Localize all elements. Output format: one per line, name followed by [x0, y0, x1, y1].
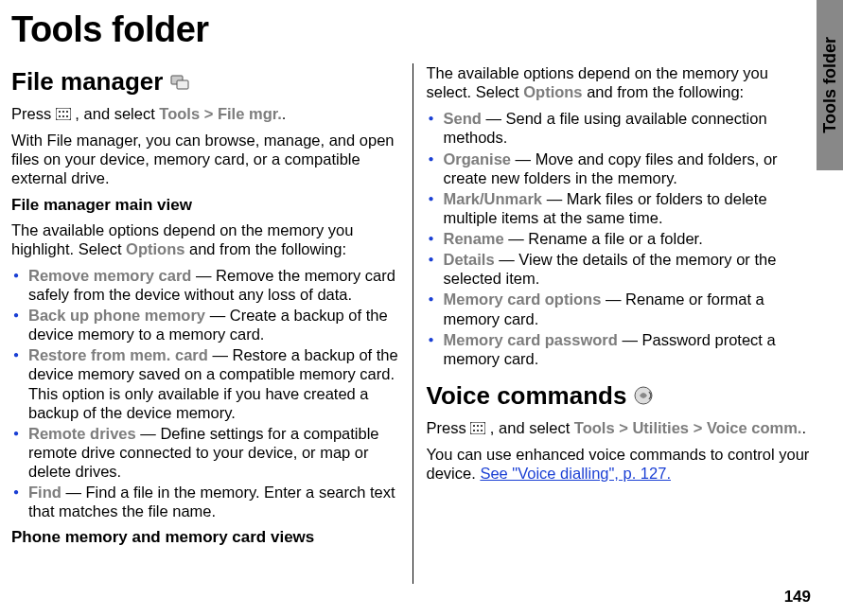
list-item: Restore from mem. card — Restore a backu… [11, 345, 400, 422]
svg-point-14 [473, 430, 475, 431]
menu-path: File mgr. [218, 105, 282, 122]
option-desc: — Rename a file or a folder. [504, 230, 703, 247]
svg-point-5 [66, 111, 68, 113]
menu-key-icon [470, 419, 485, 431]
file-manager-intro: With File manager, you can browse, manag… [11, 131, 400, 187]
option-term: Find [28, 484, 61, 501]
main-view-options: Remove memory card — Remove the memory c… [11, 266, 400, 521]
list-item: Memory card password — Password protect … [427, 330, 816, 368]
text: . [282, 105, 287, 122]
svg-rect-2 [56, 108, 71, 120]
content-columns: File manager Press , and select Tools > … [11, 63, 815, 584]
svg-rect-10 [470, 422, 485, 434]
list-item: Remote drives — Define settings for a co… [11, 424, 400, 481]
option-term: Send [444, 110, 482, 127]
list-item: Mark/Unmark — Mark files or folders to d… [427, 189, 816, 227]
menu-key-icon [56, 105, 71, 117]
text: and from the following: [583, 83, 745, 100]
file-manager-heading: File manager [11, 67, 400, 97]
menu-path: Utilities [632, 419, 689, 436]
svg-rect-1 [177, 80, 188, 89]
voice-commands-icon [634, 386, 655, 405]
option-desc: — Find a file in the memory. Enter a sea… [28, 484, 395, 519]
list-item: Back up phone memory — Create a backup o… [11, 306, 400, 343]
svg-point-3 [59, 111, 61, 113]
menu-path: Tools [159, 105, 200, 122]
text: Press [11, 105, 56, 122]
option-desc: — Send a file using available connection… [444, 110, 767, 146]
main-view-intro: The available options depend on the memo… [11, 220, 400, 258]
list-item: Details — View the details of the memory… [427, 250, 816, 288]
page-title: Tools folder [11, 9, 815, 50]
side-tab-label: Tools folder [820, 37, 840, 133]
page: Tools folder Tools folder File manager P… [0, 0, 843, 616]
svg-point-4 [62, 111, 64, 113]
svg-point-8 [66, 115, 68, 117]
file-manager-heading-text: File manager [11, 67, 163, 97]
phone-memory-intro: The available options depend on the memo… [427, 63, 816, 101]
svg-point-11 [473, 425, 475, 427]
text: and from the following: [184, 240, 346, 257]
svg-point-6 [59, 115, 61, 117]
menu-path: Voice comm. [707, 419, 802, 436]
svg-point-12 [477, 425, 479, 427]
text: Press [427, 419, 471, 436]
svg-point-13 [481, 425, 483, 427]
text: , and select [490, 419, 574, 436]
options-label: Options [126, 240, 184, 257]
options-label: Options [523, 83, 582, 100]
file-manager-icon [170, 73, 191, 92]
option-term: Back up phone memory [28, 307, 205, 324]
separator: > [204, 105, 214, 122]
voice-commands-body: You can use enhanced voice commands to c… [427, 445, 816, 483]
option-term: Mark/Unmark [444, 190, 543, 207]
list-item: Find — Find a file in the memory. Enter … [11, 483, 400, 520]
option-term: Memory card options [444, 290, 602, 308]
list-item: Remove memory card — Remove the memory c… [11, 266, 400, 304]
separator: > [694, 419, 703, 436]
page-number: 149 [784, 588, 811, 607]
list-item: Send — Send a file using available conne… [427, 109, 816, 147]
separator: > [619, 419, 628, 436]
option-term: Restore from mem. card [28, 346, 208, 363]
list-item: Memory card options — Rename or format a… [427, 290, 816, 327]
svg-point-16 [481, 430, 483, 431]
voice-dialling-link[interactable]: See "Voice dialling", p. 127. [480, 465, 671, 482]
svg-point-7 [62, 115, 64, 117]
list-item: Rename — Rename a file or a folder. [427, 229, 816, 248]
voice-commands-press-line: Press , and select Tools > Utilities > V… [427, 418, 816, 437]
option-term: Memory card password [444, 331, 618, 348]
option-term: Organise [444, 150, 512, 167]
option-term: Remote drives [28, 425, 136, 442]
text: . [801, 419, 806, 436]
side-tab: Tools folder [817, 0, 843, 170]
svg-point-15 [477, 430, 479, 431]
list-item: Organise — Move and copy files and folde… [427, 150, 816, 187]
phone-memory-heading: Phone memory and memory card views [11, 528, 400, 547]
voice-commands-heading: Voice commands [427, 381, 816, 411]
option-term: Rename [444, 230, 504, 247]
file-manager-press-line: Press , and select Tools > File mgr.. [11, 104, 400, 123]
option-term: Details [444, 251, 495, 268]
text: , and select [75, 105, 159, 122]
menu-path: Tools [574, 419, 615, 436]
phone-memory-options: Send — Send a file using available conne… [427, 109, 816, 368]
voice-commands-heading-text: Voice commands [427, 381, 627, 411]
main-view-heading: File manager main view [11, 196, 400, 215]
option-term: Remove memory card [28, 267, 191, 284]
